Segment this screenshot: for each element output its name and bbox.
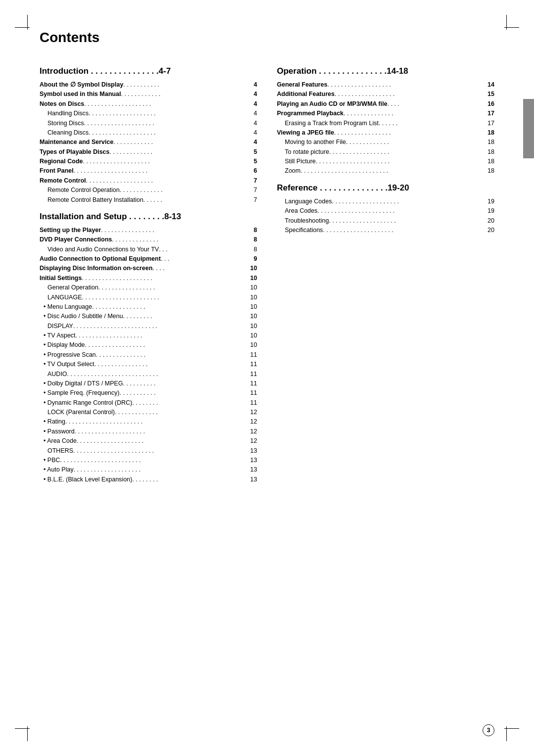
toc-page-number: 20 <box>486 226 494 235</box>
toc-page-number: 17 <box>486 109 494 118</box>
toc-label: Erasing a Track from Program List <box>277 119 379 128</box>
section-header-reference: Reference . . . . . . . . . . . . . . .1… <box>277 183 494 193</box>
toc-label: General Features <box>277 80 327 90</box>
toc-dots: . . . . . . . . . . . . . . . . . . . . … <box>67 370 248 379</box>
toc-entry: Erasing a Track from Program List. . . .… <box>277 119 494 128</box>
toc-label: Additional Features <box>277 90 335 99</box>
toc-page-number: 10 <box>248 331 257 340</box>
toc-entry: Maintenance and Service. . . . . . . . .… <box>40 138 257 147</box>
toc-entry: • Progressive Scan. . . . . . . . . . . … <box>40 350 257 360</box>
toc-dots: . . . . . . . . . . . . . . . <box>96 350 248 360</box>
toc-entry: Viewing a JPEG file. . . . . . . . . . .… <box>277 128 494 138</box>
toc-dots: . . . . . . . . . . . . . . . . <box>94 360 248 369</box>
toc-label: • B.L.E. (Black Level Expansion) <box>40 475 132 484</box>
toc-page-number: 4 <box>248 138 257 147</box>
toc-page-number: 10 <box>248 302 257 312</box>
toc-entry: • Menu Language. . . . . . . . . . . . .… <box>40 302 257 312</box>
toc-page-number: 15 <box>486 90 494 99</box>
toc-entry: Front Panel. . . . . . . . . . . . . . .… <box>40 166 257 176</box>
toc-label: To rotate picture <box>277 147 329 157</box>
toc-dots: . . . . . . . . . . . . . . . . . . . . … <box>323 226 486 235</box>
toc-page-number: 4 <box>248 119 257 128</box>
toc-label: Handling Discs <box>40 109 89 118</box>
toc-dots: . . . <box>159 245 248 254</box>
toc-page-number: 7 <box>248 195 257 205</box>
toc-entry: Additional Features. . . . . . . . . . .… <box>277 90 494 99</box>
toc-page-number: 11 <box>248 388 257 398</box>
toc-label: Initial Settings <box>40 274 82 283</box>
toc-page-number: 11 <box>248 370 257 379</box>
toc-dots: . . . . . . . . . . <box>123 379 248 388</box>
toc-entry: OTHERS. . . . . . . . . . . . . . . . . … <box>40 446 257 456</box>
toc-entry: • Auto Play. . . . . . . . . . . . . . .… <box>40 465 257 474</box>
section-header-introduction: Introduction . . . . . . . . . . . . . .… <box>40 66 257 76</box>
toc-page-number: 18 <box>486 128 494 138</box>
toc-label: • Sample Freq. (Frequency) <box>40 388 120 398</box>
toc-label: • Dolby Digital / DTS / MPEG <box>40 379 123 388</box>
toc-dots: . . . . . . . . . . . . . . . . . . . . … <box>65 417 248 426</box>
toc-entry: • B.L.E. (Black Level Expansion). . . . … <box>40 475 257 484</box>
toc-entry: Remote Control Operation. . . . . . . . … <box>40 186 257 195</box>
toc-dots: . . . . . . . . . . . . . . . . . <box>334 128 486 138</box>
corner-mark-tl-h <box>15 27 30 28</box>
toc-dots: . . . . . . . . . . . . . . . . . . . . <box>77 436 248 446</box>
toc-entry: Language Codes. . . . . . . . . . . . . … <box>277 197 494 206</box>
toc-label: Storing Discs <box>40 119 84 128</box>
toc-label: • Progressive Scan <box>40 350 96 360</box>
toc-entry: Specifications. . . . . . . . . . . . . … <box>277 226 494 235</box>
toc-dots: . . . . . . . . <box>132 475 248 484</box>
toc-entry: DISPLAY. . . . . . . . . . . . . . . . .… <box>40 322 257 331</box>
toc-page-number: 4 <box>248 99 257 109</box>
toc-entry: Initial Settings. . . . . . . . . . . . … <box>40 274 257 283</box>
toc-entry: Troubleshooting. . . . . . . . . . . . .… <box>277 216 494 226</box>
toc-dots: . . . . . . . . . . . . . . . . . . <box>335 90 486 99</box>
toc-label: • Dynamic Range Control (DRC) <box>40 398 132 408</box>
toc-entry: • Sample Freq. (Frequency). . . . . . . … <box>40 388 257 398</box>
toc-page-number: 13 <box>248 465 257 474</box>
toc-entry: • Password. . . . . . . . . . . . . . . … <box>40 427 257 436</box>
toc-label: • PBC <box>40 456 60 465</box>
toc-dots: . . . . . . . . . . . . . . . . . . . . … <box>73 446 248 456</box>
toc-page-number: 5 <box>248 157 257 166</box>
toc-entry: Remote Control Battery Installation. . .… <box>40 195 257 205</box>
toc-page-number: 4 <box>248 128 257 138</box>
corner-mark-bl-h <box>15 728 30 729</box>
toc-dots: . . . . . . . . . . . . . . . . . . . . … <box>74 166 248 176</box>
toc-dots: . . . . . . . . . . . . <box>113 138 248 147</box>
toc-dots: . . . . . . . . . <box>123 312 248 321</box>
toc-page-number: 10 <box>248 283 257 292</box>
toc-label: • Disc Audio / Subtitle / Menu <box>40 312 123 321</box>
toc-page-number: 10 <box>248 340 257 350</box>
toc-columns: Introduction . . . . . . . . . . . . . .… <box>40 59 494 484</box>
right-column: Operation . . . . . . . . . . . . . . .1… <box>277 59 494 484</box>
toc-label: Still Picture <box>277 157 316 166</box>
toc-entry: Storing Discs. . . . . . . . . . . . . .… <box>40 119 257 128</box>
page: 3 Contents Introduction . . . . . . . . … <box>0 0 534 756</box>
toc-dots: . . . . . . . . . . . . . . . . . . . . … <box>316 157 486 166</box>
toc-dots: . . . . . . . . . . . . . . . . . . <box>329 147 486 157</box>
toc-label: Notes on Discs <box>40 99 84 109</box>
toc-dots: . . . . . . . . . . . . . . . . . . . . … <box>82 293 248 302</box>
toc-page-number: 11 <box>248 379 257 388</box>
left-column: Introduction . . . . . . . . . . . . . .… <box>40 59 257 484</box>
toc-label: • Rating <box>40 417 65 426</box>
toc-label: Troubleshooting <box>277 216 329 226</box>
toc-page-number: 17 <box>486 119 494 128</box>
section-header-installation: Installation and Setup . . . . . . . .8-… <box>40 212 257 222</box>
toc-label: • Password <box>40 427 75 436</box>
toc-page-number: 13 <box>248 446 257 456</box>
toc-entry: AUDIO. . . . . . . . . . . . . . . . . .… <box>40 370 257 379</box>
toc-label: • TV Output Select <box>40 360 94 369</box>
toc-entry: LOCK (Parental Control). . . . . . . . .… <box>40 408 257 417</box>
toc-dots: . . . . . . . . . . . <box>123 80 248 90</box>
toc-page-number: 7 <box>248 186 257 195</box>
toc-label: • Auto Play <box>40 465 74 474</box>
toc-entry: Remote Control. . . . . . . . . . . . . … <box>40 176 257 186</box>
toc-label: Language Codes <box>277 197 332 206</box>
toc-entry: • Display Mode. . . . . . . . . . . . . … <box>40 340 257 350</box>
toc-label: Setting up the Player <box>40 226 101 235</box>
toc-entry: • Dolby Digital / DTS / MPEG. . . . . . … <box>40 379 257 388</box>
toc-entry: General Operation. . . . . . . . . . . .… <box>40 283 257 292</box>
toc-label: OTHERS <box>40 446 73 456</box>
toc-page-number: 10 <box>248 293 257 302</box>
